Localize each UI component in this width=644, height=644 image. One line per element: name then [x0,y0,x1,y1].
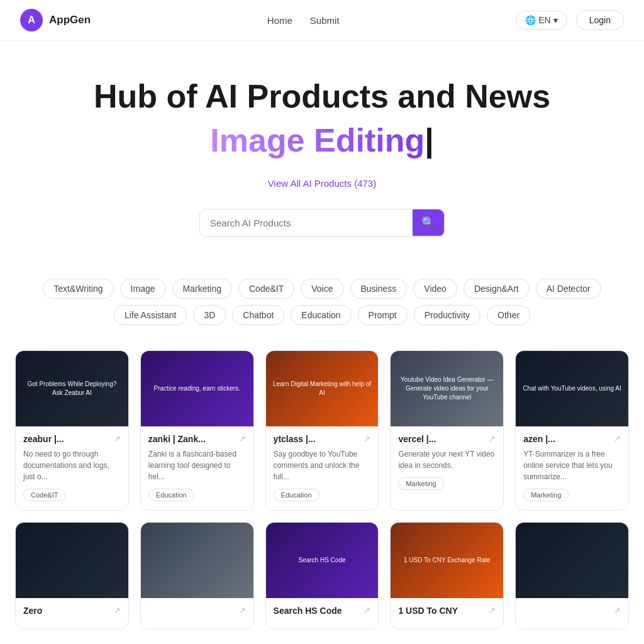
tag-education[interactable]: Education [291,305,351,325]
tag-other[interactable]: Other [487,305,530,325]
tag-designart[interactable]: Design&Art [464,279,530,299]
card-thumb-text: Got Problems While Deploying? Ask Zeabur… [16,374,128,404]
external-link-icon[interactable]: ↗ [489,606,496,615]
external-link-icon[interactable]: ↗ [239,606,246,615]
card-title-row: zanki | Zank... ↗ [148,434,246,444]
card-zeabur[interactable]: Got Problems While Deploying? Ask Zeabur… [15,350,129,511]
hero-title: Hub of AI Products and News [13,79,631,114]
card-title: 1 USD To CNY [398,606,458,616]
external-link-icon[interactable]: ↗ [114,606,121,615]
card-title: Search HS Code [274,606,342,616]
card-description: Generate your next YT video idea in seco… [398,448,496,471]
tag-codeit[interactable]: Code&IT [238,279,294,299]
card-title-row: vercel |... ↗ [398,434,496,444]
tag-image[interactable]: Image [120,279,166,299]
external-link-icon[interactable]: ↗ [114,434,121,443]
card-thumbnail [516,523,628,598]
card-thumb-text: Youtube Video Idea Generator — Generate … [391,369,503,408]
card-body: ytclass |... ↗ Say goodbye to YouTube co… [266,426,379,510]
login-button[interactable]: Login [576,10,624,30]
card-title: zanki | Zank... [148,434,206,444]
card-ytclass[interactable]: Learn Digital Marketing with help of AI … [265,350,379,511]
tag-business[interactable]: Business [350,279,408,299]
tag-life-assistant[interactable]: Life Assistant [114,305,187,325]
card-title: zeabur |... [23,434,64,444]
search-icon: 🔍 [421,216,435,230]
card-description: Say goodbye to YouTube comments and unlo… [274,448,371,482]
view-all-link[interactable]: View All AI Products (473) [13,178,631,189]
hero-subtitle: Image Editing| [13,121,631,160]
chevron-down-icon: ▾ [553,15,558,25]
card-title: vercel |... [398,434,436,444]
card-thumb-text: Practice reading, earn stickers. [148,378,247,399]
card-thumb-text: 1 USD To CNY Exchange Rate [397,550,496,571]
card-category-tag[interactable]: Education [274,489,319,501]
tag-text-writing[interactable]: Text&Writing [43,279,113,299]
card-thumb-text: Search HS Code [292,550,352,571]
card-description: Zanki is a flashcard-based learning tool… [148,448,246,482]
card-category-tag[interactable]: Code&IT [23,489,65,501]
external-link-icon[interactable]: ↗ [364,606,370,615]
search-area: 🔍 [13,209,631,237]
card-category-tag[interactable]: Marketing [523,489,569,501]
tag-3d[interactable]: 3D [193,305,226,325]
card-thumb-text: Learn Digital Marketing with help of AI [266,374,379,404]
cards-grid-row1: Got Problems While Deploying? Ask Zeabur… [15,350,629,511]
tag-chatbot[interactable]: Chatbot [232,305,284,325]
search-button[interactable]: 🔍 [413,209,444,236]
card-card7[interactable]: Search HS Code Search HS Code ↗ [265,522,379,630]
tag-ai-detector[interactable]: AI Detector [536,279,601,299]
card-zero[interactable]: Zero ↗ [15,522,129,630]
tags-area: Text&Writing Image Marketing Code&IT Voi… [0,279,644,325]
card-body: azen |... ↗ YT-Summarizer is a free onli… [516,426,628,510]
card-thumbnail: 1 USD To CNY Exchange Rate [391,523,503,598]
card-body: 1 USD To CNY ↗ [391,598,503,629]
tag-prompt[interactable]: Prompt [358,305,408,325]
card-category-tag[interactable]: Education [148,489,194,501]
card-thumb-text [566,554,579,567]
external-link-icon[interactable]: ↗ [239,434,246,443]
card-title-row: ytclass |... ↗ [274,434,371,444]
card-thumbnail: Chat with YouTube videos, using AI [516,351,628,426]
external-link-icon[interactable]: ↗ [614,606,621,615]
language-button[interactable]: 🌐 EN ▾ [516,11,567,30]
globe-icon: 🌐 [525,15,536,25]
external-link-icon[interactable]: ↗ [364,434,370,443]
card-card8[interactable]: 1 USD To CNY Exchange Rate 1 USD To CNY … [390,522,504,630]
card-body: ↗ [516,598,628,628]
card-body: zeabur |... ↗ No need to go through docu… [16,426,128,510]
card-title: Zero [23,606,42,616]
tag-video[interactable]: Video [413,279,457,299]
logo[interactable]: A AppGen [20,9,91,31]
external-link-icon[interactable]: ↗ [614,434,621,443]
card-azen[interactable]: Chat with YouTube videos, using AI azen … [515,350,629,511]
tag-voice[interactable]: Voice [301,279,343,299]
logo-icon: A [20,9,43,31]
external-link-icon[interactable]: ↗ [489,434,496,443]
nav: Home Submit [267,15,340,26]
tag-marketing[interactable]: Marketing [172,279,232,299]
card-description: No need to go through documentations and… [23,448,121,482]
card-title: azen |... [523,434,555,444]
nav-submit[interactable]: Submit [310,15,340,26]
tag-productivity[interactable]: Productivity [414,305,480,325]
card-category-tag[interactable]: Marketing [398,477,443,490]
card-vercel[interactable]: Youtube Video Idea Generator — Generate … [390,350,504,511]
nav-home[interactable]: Home [267,15,292,26]
card-thumb-text: Chat with YouTube videos, using AI [516,378,627,399]
card-thumb-text [191,554,203,567]
card-title-row: zeabur |... ↗ [23,434,121,444]
card-title: ytclass |... [274,434,316,444]
card-zanki[interactable]: Practice reading, earn stickers. zanki |… [140,350,254,511]
logo-name: AppGen [49,14,91,26]
card-description: YT-Summarizer is a free online service t… [523,448,621,482]
hero-section: Hub of AI Products and News Image Editin… [0,41,644,279]
card-thumbnail [16,523,128,598]
header-right: 🌐 EN ▾ Login [516,10,624,30]
search-input[interactable] [200,209,413,236]
card-card9[interactable]: ↗ [515,522,629,630]
card-card6[interactable]: ↗ [140,522,254,630]
card-thumbnail: Search HS Code [266,523,379,598]
card-body: Zero ↗ [16,598,128,629]
card-title-row: ↗ [148,606,246,615]
